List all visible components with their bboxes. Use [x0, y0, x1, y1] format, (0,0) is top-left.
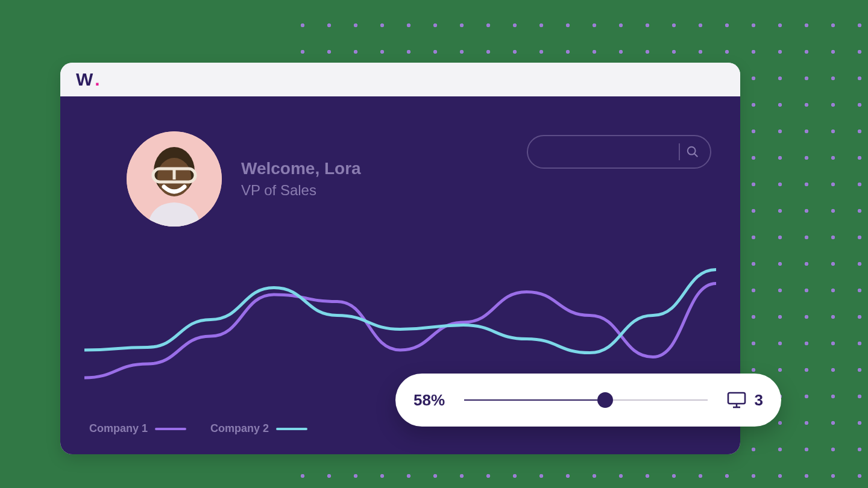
svg-point-5	[688, 147, 696, 155]
titlebar: W.	[60, 63, 740, 96]
svg-rect-7	[728, 393, 745, 404]
legend-swatch-company-2	[276, 428, 307, 430]
monitor-icon	[727, 392, 746, 408]
chart-legend: Company 1 Company 2	[89, 422, 307, 435]
logo-dot: .	[95, 69, 99, 90]
legend-item-company-1: Company 1	[89, 422, 186, 435]
avatar[interactable]	[127, 131, 222, 227]
logo: W.	[76, 69, 100, 90]
svg-line-6	[694, 154, 697, 157]
search-input[interactable]	[527, 135, 711, 169]
progress-slider[interactable]	[464, 399, 707, 401]
slider-knob[interactable]	[597, 392, 613, 408]
user-role: VP of Sales	[241, 182, 508, 199]
search-icon	[686, 145, 699, 158]
progress-pill: 58% 3	[395, 374, 781, 427]
welcome-block: Welcome, Lora VP of Sales	[241, 159, 508, 199]
logo-mark: W	[76, 69, 93, 90]
device-count: 3	[755, 391, 763, 410]
welcome-title: Welcome, Lora	[241, 159, 508, 178]
legend-label-company-2: Company 2	[210, 422, 269, 435]
progress-percent: 58%	[414, 391, 445, 410]
legend-item-company-2: Company 2	[210, 422, 307, 435]
legend-swatch-company-1	[155, 428, 186, 430]
device-count-block: 3	[727, 391, 763, 410]
legend-label-company-1: Company 1	[89, 422, 148, 435]
trend-chart	[84, 253, 716, 392]
search-divider	[679, 143, 680, 160]
header: Welcome, Lora VP of Sales	[60, 96, 740, 227]
